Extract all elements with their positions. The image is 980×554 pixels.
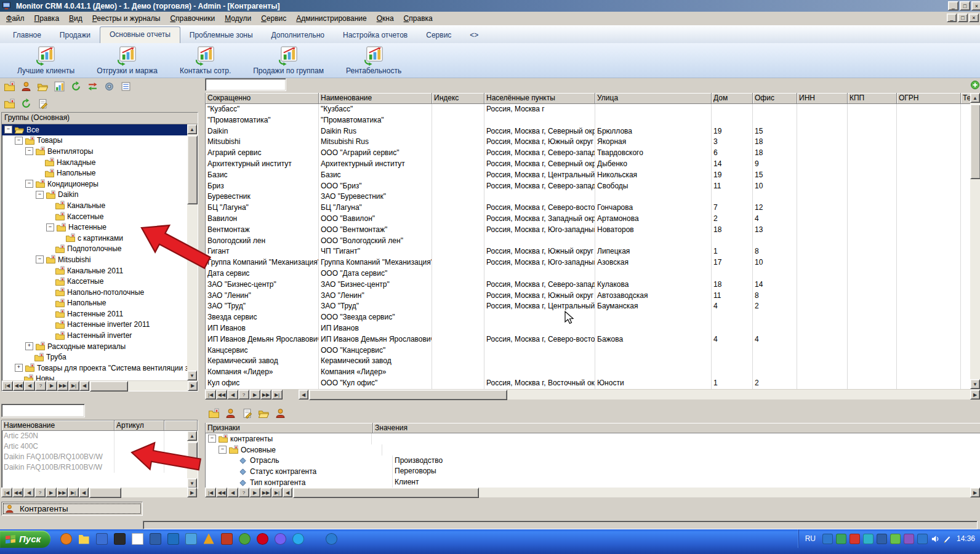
group-search-input[interactable] [205,78,286,91]
vscrollbar-thumb[interactable] [187,135,198,204]
group-tree-node-17[interactable]: Настенные 2011 [2,308,187,319]
menu-item-1[interactable]: Правка [30,12,65,25]
tray-shield-icon[interactable] [849,534,860,544]
tray-app-1-icon[interactable] [822,534,833,544]
table-row-6[interactable]: БазисБазисРоссия, Москва г, Центральный … [206,170,971,181]
table-col-header-0[interactable]: Сокращенно [206,93,319,104]
table-row-12[interactable]: Вологодский ленООО "Вологодский лен" [206,236,971,247]
mdi-close-button[interactable]: × [969,14,979,22]
folder-icon[interactable] [207,406,220,420]
nav-next-button[interactable]: ▶ [46,488,57,497]
vscrollbar-thumb[interactable] [187,442,198,468]
folder-icon[interactable] [2,79,16,93]
nav-next-button[interactable]: ▶ [249,390,260,399]
refresh-icon[interactable] [69,79,82,93]
scroll-right-button[interactable]: ▶ [187,488,197,497]
report-button-2[interactable]: Контакты сотр. [169,44,242,76]
table-row-9[interactable]: БЦ "Лагуна"БЦ "Лагуна"Россия, Москва г, … [206,203,971,214]
nav-last-button[interactable]: ▶| [68,381,79,391]
nav-help-button[interactable]: ? [34,488,46,497]
mdi-minimize-button[interactable]: _ [947,14,957,22]
nav-prior-page-button[interactable]: ◀◀ [12,488,23,497]
group-tree-node-5[interactable]: − Кондиционеры [2,179,187,190]
table-row-17[interactable]: ЗАО "Ленин"ЗАО "Ленин"Россия, Москва г, … [206,291,971,302]
menu-item-3[interactable]: Реестры и журналы [87,12,166,25]
table-col-header-1[interactable]: Наименование [319,93,432,104]
nav-first-button[interactable]: |◀ [205,488,216,497]
group-tree-node-13[interactable]: Канальные 2011 [2,265,187,276]
minimize-button[interactable]: _ [948,1,958,10]
group-tree-node-20[interactable]: + Расходные материалы [2,341,187,352]
table-col-header-8[interactable]: КПП [848,93,897,104]
group-tree-node-11[interactable]: Подпотолочные [2,244,187,255]
folder-icon[interactable] [76,531,91,546]
nav-help-button[interactable]: ? [238,488,249,497]
tab-2[interactable]: Основные отчеты [100,26,180,44]
scroll-down-button[interactable]: ▼ [187,478,197,488]
table-col-header-3[interactable]: Населённые пункты [484,93,595,104]
products-hscrollbar[interactable]: ◀ ▶ [79,488,197,497]
notepad-icon[interactable] [130,531,145,546]
table-row-10[interactable]: ВавилонООО "Вавилон"Россия, Москва г, За… [206,214,971,225]
app-grid-icon[interactable] [94,531,109,546]
nav-first-button[interactable]: |◀ [2,381,13,391]
nav-first-button[interactable]: |◀ [205,390,216,399]
close-button[interactable]: × [971,1,980,10]
scroll-up-button[interactable]: ▲ [187,124,197,134]
table-row-3[interactable]: MitsubishiMitsubishi RusРоссия, Москва г… [206,137,971,148]
table-row-18[interactable]: ЗАО "Труд"ЗАО "Труд"Россия, Москва г, Це… [206,301,971,312]
product-filter-input[interactable] [1,404,85,417]
table-row-5[interactable]: Архитектурный институтАрхитектурный инст… [206,159,971,170]
scroll-down-button[interactable]: ▼ [970,379,980,389]
nav-last-button[interactable]: ▶| [68,488,79,497]
mail-icon[interactable] [219,531,234,546]
add-record-button[interactable] [968,78,980,92]
group-tree-node-8[interactable]: Кассетные [2,211,187,222]
person-icon[interactable] [19,79,33,93]
nav-help-button[interactable]: ? [238,390,249,399]
pen-input-icon[interactable] [943,534,951,544]
group-tree-node-9[interactable]: − Настенные [2,222,187,233]
nav-last-button[interactable]: ▶| [271,390,283,399]
language-indicator[interactable]: RU [805,534,816,543]
hscrollbar-track[interactable] [292,488,970,497]
table-row-14[interactable]: Группа Компаний "Механизация"Группа Комп… [206,257,971,268]
attribute-row-0[interactable]: − контрагенты [206,433,980,444]
table-hscrollbar[interactable]: ◀ ▶ [299,390,980,399]
attr-col-header-1[interactable]: Значения [373,423,980,433]
vscrollbar-track[interactable] [970,103,980,379]
expand-toggle[interactable]: + [25,342,33,350]
table-row-1[interactable]: "Промавтоматика""Промавтоматика" [206,115,971,126]
scroll-left-button[interactable]: ◀ [79,381,89,391]
groups-hscrollbar[interactable]: ◀ ▶ [79,381,198,391]
collapse-toggle[interactable]: − [208,435,216,443]
group-tree-node-3[interactable]: Накладные [2,157,187,168]
nav-next-page-button[interactable]: ▶▶ [57,381,68,391]
collapse-toggle[interactable]: − [36,191,44,199]
product-row-3[interactable]: Daikin FAQ100B/RR100BV/W [2,462,187,473]
tab-4[interactable]: Дополнительно [262,28,334,43]
scroll-right-button[interactable]: ▶ [188,381,198,391]
hscrollbar-thumb[interactable] [293,488,479,498]
nav-prior-page-button[interactable]: ◀◀ [13,381,24,391]
table-row-22[interactable]: КанцсервисООО "Канцсервис" [206,345,971,356]
telegram-icon[interactable] [291,531,305,546]
person-icon[interactable] [273,406,287,420]
nav-prior-page-button[interactable]: ◀◀ [216,390,227,399]
table-row-7[interactable]: БризООО "Бриз"Россия, Москва г, Северо-з… [206,181,971,192]
nav-help-button[interactable]: ? [35,381,46,391]
table-row-19[interactable]: Звезда сервисООО "Звезда сервис" [206,312,971,323]
refresh-icon[interactable] [19,97,33,110]
table-col-header-5[interactable]: Дом [712,93,753,104]
collapse-toggle[interactable]: − [25,147,33,155]
table-row-0[interactable]: "Кузбасс""Кузбасс"Россия, Москва г [206,104,971,115]
group-tree-node-12[interactable]: − Mitsubishi [2,254,187,265]
table-vscrollbar[interactable]: ▲ ▼ [970,93,980,389]
nav-first-button[interactable]: |◀ [1,488,12,497]
menu-item-2[interactable]: Вид [64,12,87,25]
collapse-toggle[interactable]: − [4,126,12,134]
scroll-down-button[interactable]: ▼ [187,371,197,380]
nav-next-page-button[interactable]: ▶▶ [260,488,271,497]
hscrollbar-track[interactable] [89,488,187,497]
vscrollbar-track[interactable] [187,134,198,371]
